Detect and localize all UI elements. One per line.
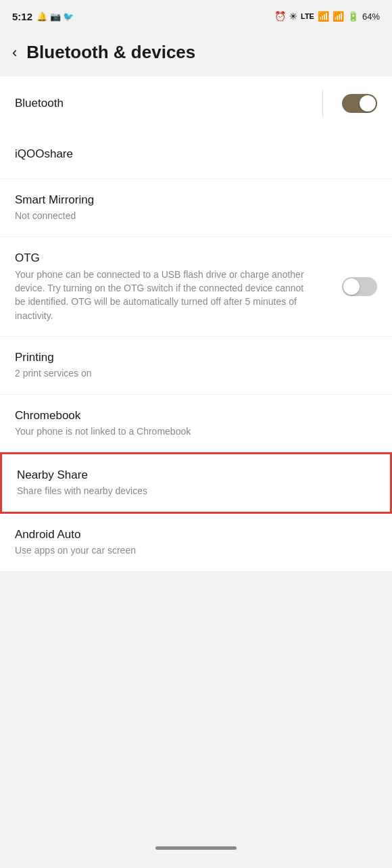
iqooshare-title: iQOOshare [15, 147, 377, 162]
smart-mirroring-subtitle: Not connected [15, 210, 377, 223]
settings-item-printing[interactable]: Printing 2 print services on [0, 337, 392, 395]
printing-subtitle: 2 print services on [15, 367, 377, 381]
bluetooth-toggle-knob [360, 95, 376, 112]
nearby-share-subtitle: Share files with nearby devices [17, 485, 375, 498]
bluetooth-toggle-container[interactable] [342, 94, 377, 113]
settings-list: Bluetooth iQOOshare Smart Mirroring Not … [0, 76, 392, 572]
nearby-share-title: Nearby Share [17, 468, 375, 483]
signal-icon: 📶 [333, 11, 344, 22]
chromebook-title: Chromebook [15, 408, 377, 423]
bluetooth-right [322, 90, 377, 117]
alarm-icon: ⏰ [274, 11, 286, 22]
nearby-share-content: Nearby Share Share files with nearby dev… [17, 468, 375, 498]
settings-item-android-auto[interactable]: Android Auto Use apps on your car screen [0, 514, 392, 572]
battery-percent: 64% [362, 11, 380, 22]
printing-content: Printing 2 print services on [15, 350, 377, 381]
otg-content: OTG Your phone can be connected to a USB… [15, 251, 333, 322]
android-auto-title: Android Auto [15, 527, 377, 542]
bluetooth-title: Bluetooth [15, 96, 322, 111]
status-bar: 5:12 🔔 📷 🐦 ⏰ ✳ LTE 📶 📶 🔋 64% [0, 0, 392, 32]
settings-item-chromebook[interactable]: Chromebook Your phone is not linked to a… [0, 395, 392, 453]
settings-item-bluetooth[interactable]: Bluetooth [0, 76, 392, 130]
otg-toggle-knob [343, 279, 360, 295]
otg-subtitle: Your phone can be connected to a USB fla… [15, 268, 312, 322]
bluetooth-divider [322, 90, 323, 117]
battery-icon: 🔋 [347, 11, 359, 22]
back-button[interactable]: ‹ [12, 44, 17, 62]
otg-toggle[interactable] [342, 277, 377, 296]
otg-title: OTG [15, 251, 333, 266]
bluetooth-label-area: Bluetooth [15, 96, 322, 111]
lte-icon: LTE [301, 12, 314, 20]
status-time: 5:12 🔔 📷 🐦 [12, 11, 74, 22]
chromebook-subtitle: Your phone is not linked to a Chromebook [15, 425, 377, 439]
bluetooth-toggle[interactable] [342, 94, 377, 113]
settings-item-otg[interactable]: OTG Your phone can be connected to a USB… [0, 237, 392, 337]
notification-icons: 🔔 📷 🐦 [36, 11, 74, 22]
time-display: 5:12 [12, 11, 32, 22]
printing-title: Printing [15, 350, 377, 365]
smart-mirroring-content: Smart Mirroring Not connected [15, 193, 377, 223]
settings-item-iqooshare[interactable]: iQOOshare [0, 130, 392, 179]
page-header: ‹ Bluetooth & devices [0, 32, 392, 75]
page-title: Bluetooth & devices [26, 42, 195, 63]
otg-toggle-container[interactable] [342, 277, 377, 296]
android-auto-subtitle: Use apps on your car screen [15, 544, 377, 558]
status-right-icons: ⏰ ✳ LTE 📶 📶 🔋 64% [274, 11, 380, 22]
android-auto-content: Android Auto Use apps on your car screen [15, 527, 377, 558]
settings-item-smart-mirroring[interactable]: Smart Mirroring Not connected [0, 179, 392, 237]
settings-item-nearby-share[interactable]: Nearby Share Share files with nearby dev… [0, 452, 392, 514]
bluetooth-icon: ✳ [289, 11, 297, 22]
smart-mirroring-title: Smart Mirroring [15, 193, 377, 208]
chromebook-content: Chromebook Your phone is not linked to a… [15, 408, 377, 439]
wifi-icon: 📶 [318, 11, 329, 22]
nav-pill[interactable] [155, 846, 237, 850]
bottom-nav-bar [0, 827, 392, 868]
iqooshare-content: iQOOshare [15, 147, 377, 162]
